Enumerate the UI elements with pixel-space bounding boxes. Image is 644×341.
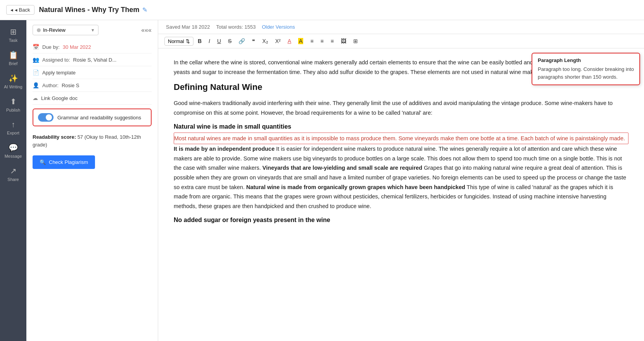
template-icon: 📄: [33, 69, 39, 76]
plagiarism-icon: 🔍: [40, 159, 46, 165]
export-icon: ↑: [11, 120, 15, 129]
sidebar-item-export[interactable]: ↑ Export: [0, 116, 26, 139]
sidebar-item-label: Publish: [6, 108, 20, 112]
apply-template-label: Apply template: [42, 70, 76, 76]
panel-header: In-Review ▾ «««: [33, 25, 152, 35]
readability-label: Readability score:: [33, 134, 76, 140]
sidebar-item-task[interactable]: ⊞ Task: [0, 23, 26, 46]
author-value: Rosie S: [62, 83, 79, 88]
more-icon: ⊞: [353, 38, 358, 44]
status-arrow: ▾: [92, 27, 94, 33]
apply-template-row[interactable]: 📄 Apply template: [33, 66, 152, 79]
tooltip-title: Paragraph Length: [538, 57, 634, 63]
sidebar-item-label: Task: [9, 38, 18, 43]
check-plagiarism-button[interactable]: 🔍 Check Plagiarism: [33, 155, 95, 169]
toolbar: Normal ⇅ B I U S 🔗 ❝ X₂ X² A A ≡ ≡ ≡ 🖼 ⊞…: [158, 34, 644, 48]
readability-score: Readability score: 57 (Okay to Read, 10t…: [33, 130, 152, 152]
share-icon: ↗: [10, 166, 17, 176]
status-value: In-Review: [43, 27, 66, 33]
bullet-list-button[interactable]: ≡: [318, 36, 326, 46]
italic-button[interactable]: I: [206, 36, 213, 46]
bold-button[interactable]: B: [195, 36, 204, 46]
quote-icon: ❝: [252, 38, 255, 44]
highlight-button[interactable]: A: [295, 36, 306, 46]
top-bar: ◂ ◂ Back Natural Wines - Why Try Them ✎: [0, 0, 644, 20]
back-icon: ◂: [10, 7, 13, 13]
paragraph-2: Most natural wines are made in small qua…: [174, 133, 628, 211]
link-button[interactable]: 🔗: [236, 36, 248, 46]
total-words: Total words: 1553: [216, 24, 256, 30]
paragraph-length-tooltip: Paragraph Length Paragraph too long. Con…: [532, 53, 640, 85]
toggle-slider: [38, 113, 54, 122]
ordered-list-icon: ≡: [310, 38, 313, 44]
sidebar-item-share[interactable]: ↗ Share: [0, 162, 26, 186]
font-color-button[interactable]: A: [285, 36, 294, 46]
ai-writing-icon: ✨: [9, 74, 18, 83]
style-arrow: ⇅: [186, 38, 190, 44]
link-google-doc-row[interactable]: ☁ Link Google doc: [33, 92, 152, 105]
highlight-icon: A: [298, 38, 303, 44]
underline-button[interactable]: U: [214, 36, 224, 46]
back-label: ◂ Back: [15, 7, 30, 13]
sidebar-item-publish[interactable]: ⬆ Publish: [0, 93, 26, 116]
task-icon: ⊞: [10, 27, 17, 36]
heading-small-quantities: Natural wine is made in small quantities: [174, 123, 628, 130]
due-by-date: 30 Mar 2022: [63, 44, 91, 50]
check-plagiarism-label: Check Plagiarism: [49, 159, 88, 165]
collapse-button[interactable]: «««: [141, 27, 152, 34]
sidebar-item-message[interactable]: 💬 Message: [0, 139, 26, 162]
calendar-icon: 📅: [33, 44, 39, 50]
author-icon: 👤: [33, 82, 39, 88]
paragraph-style-select[interactable]: Normal ⇅: [164, 37, 193, 46]
link-icon: 🔗: [238, 38, 245, 44]
status-select[interactable]: In-Review ▾: [33, 25, 98, 35]
grammar-toggle[interactable]: [38, 113, 54, 122]
image-button[interactable]: 🖼: [338, 36, 349, 46]
main-layout: ⊞ Task 📋 Brief ✨ AI Writing ⬆ Publish ↑ …: [0, 20, 644, 341]
more-button[interactable]: ⊞: [350, 36, 361, 46]
superscript-button[interactable]: X²: [273, 36, 283, 46]
author-label: Author:: [42, 83, 59, 88]
bold-text-1: It is made by an independent produce: [174, 146, 275, 152]
sidebar-item-label: AI Writing: [4, 84, 22, 89]
heading-no-added-sugar: No added sugar or foreign yeasts present…: [174, 217, 628, 224]
link-google-doc-label: Link Google doc: [41, 95, 78, 101]
doc-meta: Saved Mar 18 2022 Total words: 1553 Olde…: [158, 20, 644, 34]
strikethrough-button[interactable]: S: [225, 36, 234, 46]
panel: In-Review ▾ ««« 📅 Due by: 30 Mar 2022 👥 …: [26, 20, 158, 341]
publish-icon: ⬆: [10, 97, 17, 106]
align-button[interactable]: ≡: [328, 36, 337, 46]
sidebar-item-label: Message: [5, 154, 22, 158]
bold-text-3: Natural wine is made from organically gr…: [246, 184, 465, 190]
sidebar-item-ai-writing[interactable]: ✨ AI Writing: [0, 70, 26, 93]
older-versions-link[interactable]: Older Versions: [262, 24, 295, 30]
assigned-row: 👥 Assigned to: Rosie S, Vishal D...: [33, 53, 152, 66]
author-row: 👤 Author: Rosie S: [33, 79, 152, 92]
quote-button[interactable]: ❝: [249, 36, 258, 46]
left-sidebar: ⊞ Task 📋 Brief ✨ AI Writing ⬆ Publish ↑ …: [0, 20, 26, 341]
font-color-icon: A: [288, 38, 291, 44]
subscript-button[interactable]: X₂: [259, 36, 271, 46]
people-icon: 👥: [33, 57, 39, 63]
back-button[interactable]: ◂ ◂ Back: [6, 5, 35, 15]
image-icon: 🖼: [341, 38, 346, 44]
due-by-label: Due by:: [42, 44, 60, 50]
sidebar-item-label: Export: [7, 131, 19, 135]
grammar-toggle-label: Grammar and readability suggestions: [57, 115, 141, 121]
sidebar-item-brief[interactable]: 📋 Brief: [0, 46, 26, 70]
content-area: Saved Mar 18 2022 Total words: 1553 Olde…: [158, 20, 644, 341]
paragraph-1: Good wine-makers traditionally avoid int…: [174, 98, 628, 117]
align-icon: ≡: [331, 38, 334, 44]
google-doc-icon: ☁: [33, 95, 38, 101]
grammar-toggle-row: Grammar and readability suggestions: [33, 108, 152, 126]
message-icon: 💬: [9, 143, 18, 152]
bold-text-2: Vineyards that are low-yielding and smal…: [262, 165, 422, 171]
highlighted-text: Most natural wines are made in small qua…: [174, 133, 628, 145]
ordered-list-button[interactable]: ≡: [307, 36, 316, 46]
sidebar-item-label: Brief: [9, 61, 18, 66]
assigned-label: Assigned to:: [42, 57, 70, 63]
doc-editor[interactable]: In the cellar where the wine is stored, …: [158, 48, 644, 341]
edit-icon[interactable]: ✎: [142, 6, 147, 14]
bullet-list-icon: ≡: [321, 38, 324, 44]
sidebar-item-label: Share: [7, 177, 19, 182]
